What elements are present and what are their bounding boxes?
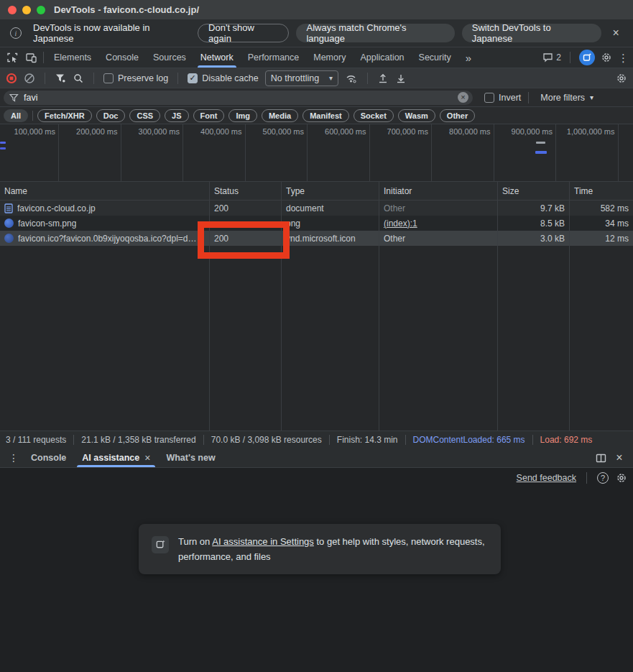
chip-js[interactable]: JS bbox=[165, 109, 188, 122]
tab-memory[interactable]: Memory bbox=[306, 47, 353, 68]
search-icon[interactable] bbox=[73, 73, 84, 84]
send-feedback-link[interactable]: Send feedback bbox=[517, 473, 576, 483]
initiator-cell: (index):1 bbox=[379, 216, 498, 231]
network-overview-timeline[interactable]: 100,000 ms200,000 ms300,000 ms400,000 ms… bbox=[0, 124, 633, 182]
chip-manifest[interactable]: Manifest bbox=[302, 109, 349, 122]
ai-assistance-settings-link[interactable]: AI assistance in Settings bbox=[212, 536, 314, 547]
time-cell: 582 ms bbox=[570, 201, 633, 216]
infobar-button-always-match-chrome-s-language[interactable]: Always match Chrome's language bbox=[296, 24, 454, 42]
filter-input-wrapper[interactable]: × bbox=[4, 91, 473, 105]
ai-assistance-toast: Turn on AI assistance in Settings to get… bbox=[139, 524, 501, 575]
close-window-button[interactable] bbox=[8, 6, 17, 14]
panel-settings-gear-icon[interactable] bbox=[616, 472, 627, 484]
time-cell: 12 ms bbox=[570, 231, 633, 246]
drawer-close-icon[interactable]: × bbox=[610, 449, 629, 467]
column-header-initiator[interactable]: Initiator bbox=[379, 182, 498, 200]
speech-bubble-icon bbox=[542, 52, 553, 63]
table-row[interactable]: favicon.c-cloud.co.jp200documentOther9.7… bbox=[0, 201, 633, 216]
name-cell: favicon.ico?favicon.0b9xijyoqosba.ico?dp… bbox=[0, 231, 210, 246]
infobar-button-switch-devtools-to-japanese[interactable]: Switch DevTools to Japanese bbox=[462, 24, 602, 42]
chip-all[interactable]: All bbox=[4, 109, 28, 122]
language-infobar: i DevTools is now available in Japanese … bbox=[0, 19, 633, 47]
help-icon[interactable]: ? bbox=[597, 472, 609, 484]
tab-performance[interactable]: Performance bbox=[241, 47, 307, 68]
more-tabs-icon[interactable]: » bbox=[458, 47, 479, 68]
chip-doc[interactable]: Doc bbox=[96, 109, 126, 122]
import-har-icon[interactable] bbox=[377, 73, 389, 84]
maximize-window-button[interactable] bbox=[37, 6, 45, 14]
drawer-tab-label: Console bbox=[31, 453, 66, 463]
checkbox-checked: ✓ bbox=[188, 73, 198, 83]
chip-media[interactable]: Media bbox=[262, 109, 298, 122]
size-cell: 3.0 kB bbox=[498, 231, 570, 246]
column-header-status[interactable]: Status bbox=[210, 182, 282, 200]
timeline-tick-label: 600,000 ms bbox=[302, 127, 366, 136]
inspect-element-icon[interactable] bbox=[3, 47, 22, 68]
disable-cache-label: Disable cache bbox=[202, 73, 259, 83]
toggle-device-toolbar-icon[interactable] bbox=[22, 47, 40, 68]
tab-application[interactable]: Application bbox=[353, 47, 411, 68]
minimize-window-button[interactable] bbox=[22, 6, 31, 14]
column-header-name[interactable]: Name bbox=[0, 182, 210, 200]
filter-icon[interactable] bbox=[55, 73, 66, 83]
column-header-type[interactable]: Type bbox=[282, 182, 379, 200]
close-tab-icon[interactable]: × bbox=[144, 452, 150, 464]
disable-cache-checkbox[interactable]: ✓ Disable cache bbox=[188, 73, 259, 83]
network-conditions-icon[interactable] bbox=[345, 73, 358, 83]
clear-network-log-icon[interactable] bbox=[24, 73, 35, 84]
chip-css[interactable]: CSS bbox=[129, 109, 160, 122]
record-network-log-button[interactable] bbox=[6, 73, 17, 84]
table-row[interactable]: favicon-sm.pngpng(index):18.5 kB34 ms bbox=[0, 216, 633, 231]
timeline-tick-label: 900,000 ms bbox=[488, 127, 553, 136]
divider bbox=[32, 111, 33, 121]
time-cell: 34 ms bbox=[570, 216, 633, 231]
checkbox-unchecked bbox=[484, 93, 494, 103]
divider bbox=[93, 73, 94, 84]
timeline-tick-label: 700,000 ms bbox=[364, 127, 428, 136]
export-har-icon[interactable] bbox=[395, 73, 407, 84]
table-empty-area bbox=[0, 246, 633, 431]
status-cell: 200 bbox=[210, 201, 282, 216]
network-settings-gear-icon[interactable] bbox=[616, 73, 627, 84]
infobar-button-don-t-show-again[interactable]: Don't show again bbox=[198, 24, 289, 42]
more-filters-button[interactable]: More filters ▾ bbox=[536, 93, 598, 103]
chip-socket[interactable]: Socket bbox=[354, 109, 394, 122]
infobar-close-icon[interactable]: × bbox=[609, 27, 623, 40]
chip-font[interactable]: Font bbox=[193, 109, 225, 122]
tab-elements[interactable]: Elements bbox=[47, 47, 98, 68]
chip-fetch-xhr[interactable]: Fetch/XHR bbox=[37, 109, 92, 122]
filter-input[interactable] bbox=[24, 93, 453, 103]
tab-network[interactable]: Network bbox=[193, 47, 241, 68]
tab-sources[interactable]: Sources bbox=[146, 47, 193, 68]
funnel-icon bbox=[9, 93, 19, 102]
chip-wasm[interactable]: Wasm bbox=[398, 109, 435, 122]
initiator-cell: Other bbox=[379, 201, 498, 216]
invert-filter-checkbox[interactable]: Invert bbox=[484, 93, 521, 103]
ai-assistance-button[interactable] bbox=[579, 50, 595, 65]
status-bar-item: 3 / 111 requests bbox=[6, 435, 73, 445]
column-header-time[interactable]: Time bbox=[570, 182, 633, 200]
preserve-log-checkbox[interactable]: Preserve log bbox=[103, 73, 168, 83]
size-cell: 9.7 kB bbox=[498, 201, 570, 216]
drawer-tab-label: What's new bbox=[166, 453, 215, 463]
drawer-more-options-icon[interactable]: ⋮ bbox=[4, 449, 23, 467]
drawer-tab-console[interactable]: Console bbox=[23, 449, 74, 467]
chip-other[interactable]: Other bbox=[440, 109, 475, 122]
more-options-icon[interactable]: ⋮ bbox=[618, 52, 629, 63]
settings-gear-icon[interactable] bbox=[601, 52, 612, 63]
clear-filter-icon[interactable]: × bbox=[458, 92, 468, 103]
tab-security[interactable]: Security bbox=[412, 47, 458, 68]
column-header-size[interactable]: Size bbox=[498, 182, 570, 200]
split-panel-icon[interactable] bbox=[591, 449, 610, 467]
console-messages-indicator[interactable]: 2 bbox=[542, 52, 561, 63]
initiator-link[interactable]: (index):1 bbox=[384, 218, 417, 229]
more-filters-label: More filters bbox=[540, 93, 585, 103]
tab-console[interactable]: Console bbox=[98, 47, 146, 68]
drawer-tab-what-s-new[interactable]: What's new bbox=[158, 449, 223, 467]
throttling-select[interactable]: No throttling ▾ bbox=[265, 70, 338, 86]
chip-img[interactable]: Img bbox=[228, 109, 257, 122]
table-header-row: NameStatusTypeInitiatorSizeTime bbox=[0, 182, 633, 201]
drawer-tab-ai-assistance[interactable]: AI assistance× bbox=[74, 449, 158, 467]
requests-table: NameStatusTypeInitiatorSizeTime favicon.… bbox=[0, 182, 633, 431]
table-row[interactable]: favicon.ico?favicon.0b9xijyoqosba.ico?dp… bbox=[0, 231, 633, 246]
